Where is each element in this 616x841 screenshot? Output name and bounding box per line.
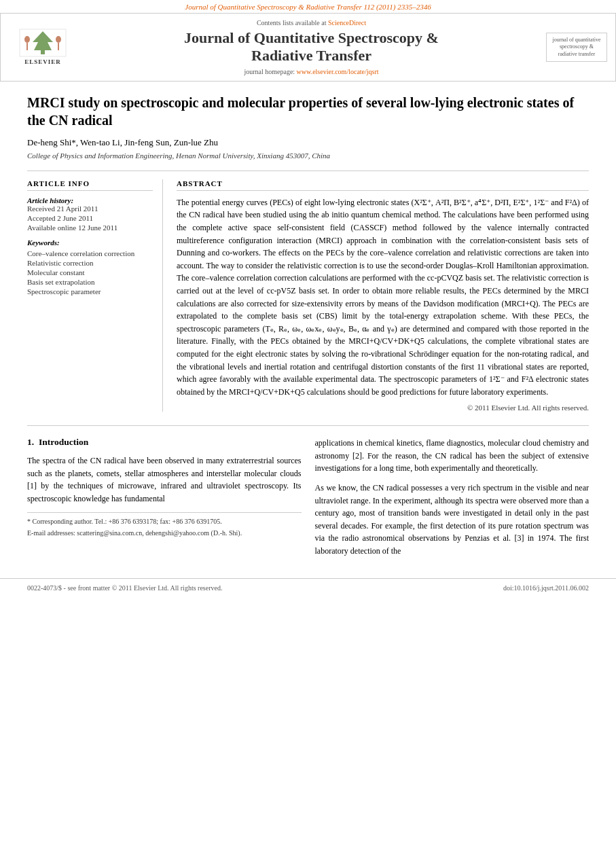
copyright-line: © 2011 Elsevier Ltd. All rights reserved… — [177, 404, 589, 412]
svg-point-4 — [24, 36, 30, 43]
article-content: MRCI study on spectroscopic and molecula… — [0, 82, 616, 578]
intro-right-column: applications in chemical kinetics, flame… — [315, 437, 590, 564]
keyword-4: Basis set extrapolation — [27, 278, 153, 286]
contents-label: Contents lists available at — [257, 19, 326, 26]
journal-sidebar-logo: journal of quantitative spectroscopy & r… — [546, 33, 607, 62]
keyword-2: Relativistic correction — [27, 259, 153, 267]
intro-paragraph-1: The spectra of the CN radical have been … — [27, 454, 302, 505]
footnote-email: E-mail addresses: scattering@sina.com.cn… — [27, 529, 302, 538]
svg-rect-3 — [41, 50, 45, 54]
homepage-url[interactable]: www.elsevier.com/locate/jqsrt — [297, 68, 379, 75]
sciencedirect-link: Contents lists available at ScienceDirec… — [84, 19, 539, 26]
keyword-3: Molecular constant — [27, 268, 153, 276]
intro-paragraph-3: As we know, the CN radical possesses a v… — [315, 482, 590, 558]
history-label: Article history: — [27, 196, 153, 204]
article-info-abstract-section: Article Info Article history: Received 2… — [27, 171, 589, 412]
received-date: Received 21 April 2011 — [27, 204, 153, 213]
journal-title-area: Contents lists available at ScienceDirec… — [77, 19, 546, 75]
footnote-corresponding: * Corresponding author. Tel.: +86 376 63… — [27, 517, 302, 526]
bottom-bar: 0022-4073/$ - see front matter © 2011 El… — [0, 578, 616, 597]
doi-text: doi:10.1016/j.jqsrt.2011.06.002 — [503, 584, 589, 592]
journal-title: Journal of Quantitative Spectroscopy & R… — [84, 29, 539, 65]
elsevier-text-label: ELSEVIER — [24, 58, 61, 65]
keyword-5: Spectroscopic parameter — [27, 287, 153, 296]
keyword-1: Core–valence correlation correction — [27, 249, 153, 257]
journal-citation-bar: Journal of Quantitative Spectroscopy & R… — [0, 0, 616, 14]
journal-homepage: journal homepage: www.elsevier.com/locat… — [84, 68, 539, 75]
email-1: scattering@sina.com.cn, — [77, 529, 143, 537]
article-info-column: Article Info Article history: Received 2… — [27, 179, 163, 412]
available-online-date: Available online 12 June 2011 — [27, 223, 153, 232]
journal-header: ELSEVIER Contents lists available at Sci… — [0, 14, 616, 82]
authors-line: De-heng Shi*, Wen-tao Li, Jin-feng Sun, … — [27, 137, 589, 148]
email-label: E-mail addresses: — [27, 529, 75, 537]
homepage-label: journal homepage: — [244, 68, 295, 75]
intro-number: 1. — [27, 437, 34, 447]
email-2: dehengshi@yahoo.com (D.-h. Shi). — [145, 529, 242, 537]
sidebar-title-text: journal of quantitative spectroscopy & r… — [552, 37, 600, 57]
intro-title: Introduction — [39, 437, 88, 447]
sciencedirect-anchor[interactable]: ScienceDirect — [328, 19, 366, 26]
intro-heading: 1. Introduction — [27, 437, 302, 448]
svg-point-6 — [56, 36, 61, 43]
copyright-notice: 0022-4073/$ - see front matter © 2011 El… — [27, 584, 222, 592]
journal-title-line2: Radiative Transfer — [251, 47, 372, 64]
elsevier-tree-icon — [19, 29, 67, 57]
article-info-label: Article Info — [27, 179, 153, 191]
keywords-label: Keywords: — [27, 238, 153, 247]
article-title: MRCI study on spectroscopic and molecula… — [27, 94, 589, 129]
affiliation-line: College of Physics and Information Engin… — [27, 151, 589, 160]
section-divider — [27, 425, 589, 426]
abstract-text: The potential energy curves (PECs) of ei… — [177, 196, 589, 399]
elsevier-brand: ELSEVIER — [19, 29, 67, 65]
journal-citation-text: Journal of Quantitative Spectroscopy & R… — [185, 3, 431, 11]
journal-title-line1: Journal of Quantitative Spectroscopy & — [184, 29, 439, 46]
introduction-section: 1. Introduction The spectra of the CN ra… — [27, 437, 589, 564]
accepted-date: Accepted 2 June 2011 — [27, 214, 153, 222]
intro-paragraph-2: applications in chemical kinetics, flame… — [315, 437, 590, 475]
footnotes-section: * Corresponding author. Tel.: +86 376 63… — [27, 512, 302, 538]
elsevier-logo-area: ELSEVIER — [9, 29, 77, 65]
abstract-column: Abstract The potential energy curves (PE… — [177, 179, 589, 412]
abstract-label: Abstract — [177, 179, 589, 191]
intro-left-column: 1. Introduction The spectra of the CN ra… — [27, 437, 302, 564]
